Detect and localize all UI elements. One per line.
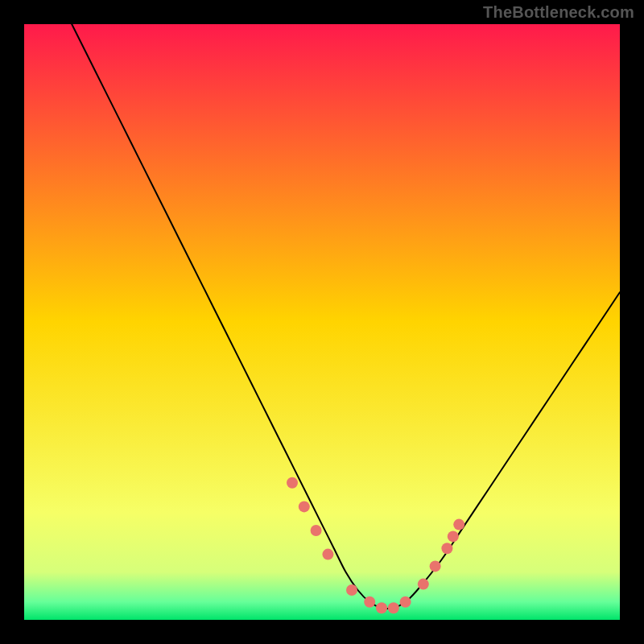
highlight-dot	[287, 477, 298, 489]
highlight-dot	[448, 530, 459, 542]
highlight-dot	[388, 602, 399, 613]
highlight-dot	[400, 597, 411, 608]
chart-svg	[24, 24, 620, 620]
highlight-dot	[441, 543, 452, 554]
chart-plot	[24, 24, 620, 620]
chart-background	[24, 24, 620, 620]
chart-frame: TheBottleneck.com	[0, 0, 644, 644]
highlight-dot	[430, 560, 441, 572]
highlight-dot	[322, 549, 333, 560]
highlight-dot	[418, 579, 429, 590]
highlight-dot	[453, 519, 464, 530]
highlight-dot	[346, 584, 357, 596]
highlight-dot	[376, 602, 387, 613]
highlight-dot	[364, 597, 375, 608]
watermark-label: TheBottleneck.com	[483, 3, 634, 22]
highlight-dot	[299, 501, 310, 512]
highlight-dot	[311, 525, 322, 536]
